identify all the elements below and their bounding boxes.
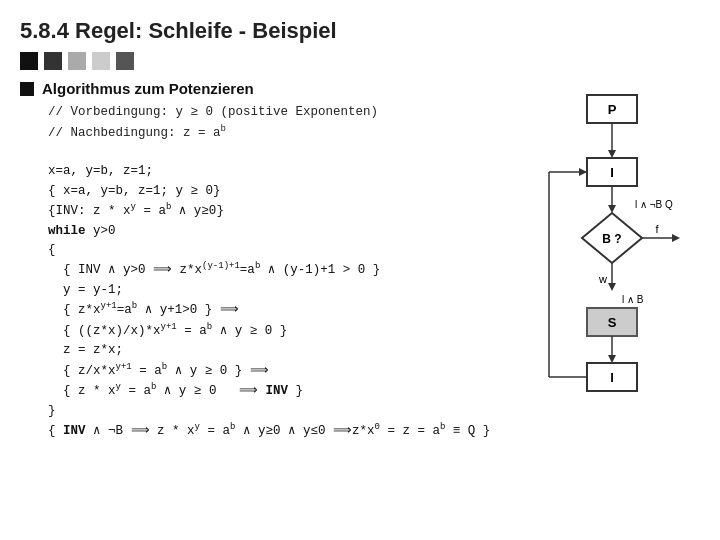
flowchart-svg: P I l ∧ ¬B Q B ? f w l ∧ B (527, 90, 702, 490)
color-swatch-3 (68, 52, 86, 70)
svg-marker-27 (579, 168, 587, 176)
svg-text:l ∧ B: l ∧ B (622, 294, 644, 305)
svg-text:P: P (608, 102, 617, 117)
color-swatch-5 (116, 52, 134, 70)
svg-text:S: S (608, 315, 617, 330)
svg-text:f: f (655, 223, 659, 235)
flowchart: P I l ∧ ¬B Q B ? f w l ∧ B (527, 90, 702, 490)
svg-text:l: l (610, 370, 614, 385)
color-swatch-4 (92, 52, 110, 70)
svg-text:B ?: B ? (602, 232, 621, 246)
color-swatch-2 (44, 52, 62, 70)
svg-marker-15 (608, 283, 616, 291)
page-title: 5.8.4 Regel: Schleife - Beispiel (20, 18, 700, 44)
svg-text:I: I (610, 165, 614, 180)
bullet-icon (20, 82, 34, 96)
color-palette (20, 52, 700, 70)
page: 5.8.4 Regel: Schleife - Beispiel Algorit… (0, 0, 720, 540)
svg-marker-12 (672, 234, 680, 242)
color-swatch-1 (20, 52, 38, 70)
svg-marker-3 (608, 150, 616, 158)
svg-text:w: w (598, 273, 607, 285)
section-title: Algorithmus zum Potenzieren (42, 80, 254, 97)
svg-marker-21 (608, 355, 616, 363)
svg-text:l ∧ ¬B Q: l ∧ ¬B Q (635, 199, 673, 210)
